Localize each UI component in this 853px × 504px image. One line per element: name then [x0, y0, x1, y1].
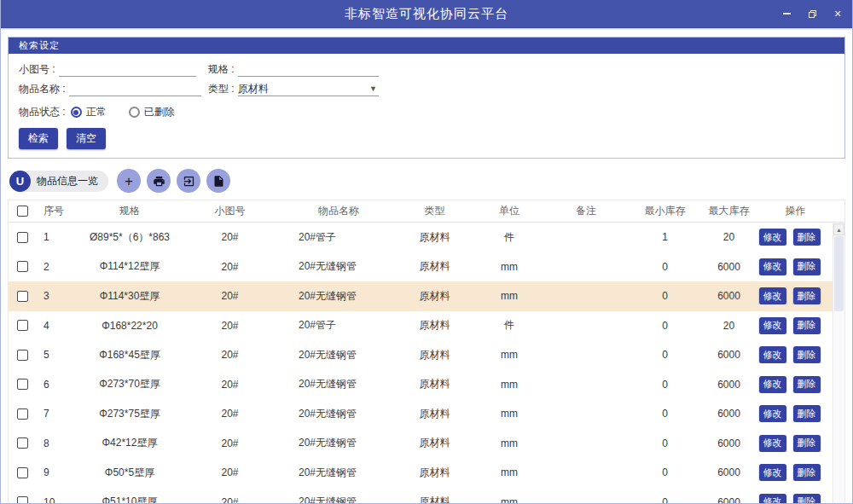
- restore-icon: [809, 10, 816, 18]
- cell-min-stock: 0: [629, 466, 701, 478]
- table-row[interactable]: 7Φ273*75壁厚20#20#无缝钢管原材料mm06000修改删除: [9, 399, 833, 429]
- cell-no: 5: [36, 349, 83, 361]
- cell-max-stock: 20: [701, 231, 757, 243]
- scrollbar-up-button[interactable]: ▲: [833, 223, 844, 235]
- search-button[interactable]: 检索: [19, 128, 58, 149]
- exit-to-app-icon: [183, 175, 195, 188]
- delete-button[interactable]: 删除: [793, 405, 821, 422]
- cell-no: 2: [36, 261, 83, 273]
- cell-drawing-no: 20#: [177, 261, 283, 273]
- cell-unit: mm: [475, 261, 543, 273]
- cell-min-stock: 0: [629, 320, 701, 332]
- status-radio-deleted[interactable]: 已删除: [129, 105, 192, 119]
- cell-no: 3: [36, 290, 83, 302]
- section-title: 物品信息一览: [37, 174, 98, 188]
- edit-button[interactable]: 修改: [759, 287, 786, 304]
- spec-input[interactable]: [238, 62, 379, 77]
- scrollbar-thumb[interactable]: [834, 236, 844, 311]
- row-checkbox[interactable]: [17, 408, 28, 420]
- cell-unit: mm: [475, 496, 543, 504]
- delete-button[interactable]: 删除: [793, 287, 821, 304]
- edit-button[interactable]: 修改: [759, 376, 786, 393]
- cell-min-stock: 1: [629, 231, 701, 243]
- cell-drawing-no: 20#: [177, 320, 283, 332]
- table-row[interactable]: 3Φ114*30壁厚20#20#无缝钢管原材料mm06000修改删除: [9, 281, 833, 311]
- column-header-drawing-no: 小图号: [177, 204, 283, 218]
- row-checkbox[interactable]: [17, 350, 28, 361]
- row-checkbox-cell: [9, 437, 36, 449]
- delete-button[interactable]: 删除: [793, 258, 821, 275]
- add-button[interactable]: +: [117, 169, 141, 193]
- cell-name: 20#无缝钢管: [283, 348, 394, 362]
- edit-button[interactable]: 修改: [759, 346, 786, 363]
- row-actions: 修改删除: [757, 229, 833, 246]
- row-checkbox[interactable]: [17, 320, 28, 331]
- clear-button[interactable]: 清空: [67, 128, 106, 149]
- section-chip: U 物品信息一览: [9, 171, 108, 192]
- row-checkbox[interactable]: [17, 291, 28, 302]
- file-button[interactable]: [206, 169, 230, 193]
- table-row[interactable]: 8Φ42*12壁厚20#20#无缝钢管原材料mm06000修改删除: [9, 429, 833, 459]
- close-button[interactable]: ✕: [832, 8, 844, 20]
- edit-button[interactable]: 修改: [759, 229, 786, 246]
- table-header: 序号 规格 小图号 物品名称 类型 单位 备注 最小库存 最大库存 操作: [9, 200, 844, 223]
- status-radio-normal[interactable]: 正常: [71, 105, 124, 119]
- table-row[interactable]: 6Φ273*70壁厚20#20#无缝钢管原材料mm06000修改删除: [9, 370, 833, 400]
- cell-unit: mm: [475, 379, 543, 391]
- table-row[interactable]: 1Ø89*5*（6）*86320#20#管子原材料件120修改删除: [9, 223, 833, 252]
- table-scrollbar[interactable]: ▲ ▼: [833, 223, 844, 504]
- cell-no: 9: [36, 466, 83, 478]
- edit-button[interactable]: 修改: [759, 405, 786, 422]
- drawing-no-input[interactable]: [59, 62, 196, 77]
- edit-button[interactable]: 修改: [759, 317, 786, 334]
- table-row[interactable]: 5Φ168*45壁厚20#20#无缝钢管原材料mm06000修改删除: [9, 340, 833, 370]
- edit-button[interactable]: 修改: [759, 258, 786, 275]
- row-checkbox[interactable]: [17, 496, 28, 504]
- cell-drawing-no: 20#: [177, 496, 283, 504]
- row-actions: 修改删除: [757, 346, 833, 363]
- cell-spec: Φ50*5壁厚: [83, 466, 177, 480]
- cell-type: 原材料: [394, 289, 475, 304]
- cell-spec: Φ51*10壁厚: [83, 495, 177, 504]
- cell-name: 20#无缝钢管: [283, 289, 394, 304]
- select-all-checkbox[interactable]: [17, 206, 28, 217]
- table-body: 1Ø89*5*（6）*86320#20#管子原材料件120修改删除2Φ114*1…: [9, 223, 833, 504]
- row-checkbox[interactable]: [17, 467, 28, 478]
- delete-button[interactable]: 删除: [793, 229, 821, 246]
- column-header-type: 类型: [394, 204, 475, 218]
- row-checkbox[interactable]: [17, 261, 28, 272]
- cell-unit: mm: [475, 408, 543, 420]
- edit-button[interactable]: 修改: [759, 494, 786, 504]
- delete-button[interactable]: 删除: [793, 464, 821, 481]
- delete-button[interactable]: 删除: [793, 494, 821, 504]
- cell-spec: Φ42*12壁厚: [83, 436, 177, 450]
- delete-button[interactable]: 删除: [793, 317, 821, 334]
- row-checkbox[interactable]: [17, 232, 28, 243]
- edit-button[interactable]: 修改: [759, 464, 786, 481]
- cell-max-stock: 6000: [701, 496, 757, 504]
- plus-icon: +: [125, 174, 133, 188]
- table-row[interactable]: 4Φ168*22*2020#20#管子原材料件020修改删除: [9, 311, 833, 341]
- table-row[interactable]: 9Φ50*5壁厚20#20#无缝钢管原材料mm06000修改删除: [9, 458, 833, 488]
- delete-button[interactable]: 删除: [793, 376, 821, 393]
- type-select[interactable]: 原材料 ▼: [238, 82, 379, 96]
- delete-button[interactable]: 删除: [793, 435, 821, 452]
- row-checkbox[interactable]: [17, 379, 28, 390]
- delete-button[interactable]: 删除: [793, 346, 821, 363]
- table-row[interactable]: 2Φ114*12壁厚20#20#无缝钢管原材料mm06000修改删除: [9, 252, 833, 282]
- edit-button[interactable]: 修改: [759, 435, 786, 452]
- radio-checked-icon: [71, 107, 82, 118]
- cell-name: 20#管子: [283, 318, 394, 333]
- table-row[interactable]: 10Φ51*10壁厚20#20#无缝钢管原材料mm06000修改删除: [9, 488, 833, 504]
- restore-button[interactable]: [806, 8, 818, 20]
- items-table: 序号 规格 小图号 物品名称 类型 单位 备注 最小库存 最大库存 操作 1Ø8…: [8, 200, 845, 504]
- item-name-input[interactable]: [69, 82, 201, 96]
- cell-no: 6: [36, 379, 83, 391]
- cell-drawing-no: 20#: [177, 466, 283, 478]
- cell-type: 原材料: [394, 495, 475, 504]
- row-checkbox[interactable]: [17, 437, 28, 449]
- export-button[interactable]: [177, 169, 200, 193]
- minimize-button[interactable]: [780, 8, 792, 20]
- print-button[interactable]: [147, 169, 171, 193]
- column-header-max-stock: 最大库存: [701, 204, 757, 218]
